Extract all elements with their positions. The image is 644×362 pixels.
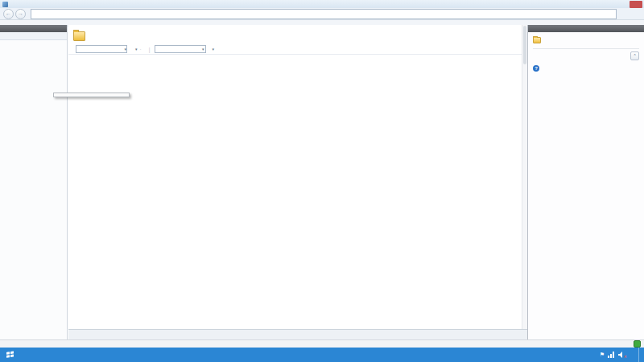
divider: · [140, 47, 142, 52]
actions-header [528, 25, 644, 32]
separator [533, 48, 639, 49]
manage-folder-header: ⌃ [533, 51, 639, 60]
back-button[interactable]: ← [3, 9, 14, 19]
start-button[interactable] [0, 348, 21, 362]
page-header [68, 25, 527, 44]
close-button[interactable] [630, 1, 642, 8]
action-help[interactable]: ? [533, 65, 639, 72]
collapse-section-button[interactable]: ⌃ [630, 51, 639, 60]
address-bar: ← → [0, 8, 644, 20]
minimize-button[interactable] [609, 1, 619, 8]
chevron-down-icon: ▾ [124, 47, 126, 51]
volume-muted-icon[interactable]: ✕ [618, 352, 625, 358]
connections-header [0, 25, 67, 32]
filter-bar: ▾ ▾ · | ▾ ▾ [68, 44, 527, 55]
connections-toolbar [0, 32, 67, 40]
iis-manager-window: ← → ▾ ▾ · | ▾ [0, 0, 644, 362]
network-icon[interactable] [608, 352, 615, 358]
system-tray: ⚑ ✕ [600, 348, 644, 362]
status-bar [0, 339, 644, 348]
taskbar: ⚑ ✕ [0, 348, 644, 362]
explore-folder-icon [533, 37, 541, 43]
actions-panel: ⌃ ? [527, 25, 644, 339]
chevron-down-icon[interactable]: ▾ [212, 47, 214, 51]
feature-groups [68, 55, 527, 56]
help-icon: ? [533, 65, 539, 72]
main-panel: ▾ ▾ · | ▾ ▾ [68, 25, 527, 339]
view-tabs [68, 329, 527, 339]
flag-icon[interactable]: ⚑ [600, 352, 605, 358]
connections-tree [0, 40, 67, 41]
connections-panel [0, 25, 68, 339]
refresh-button[interactable] [620, 10, 630, 19]
app-icon [2, 2, 8, 7]
filter-input[interactable]: ▾ [76, 45, 127, 53]
notification-icon[interactable] [634, 340, 641, 348]
windows-logo-icon [6, 351, 14, 358]
group-by-select[interactable]: ▾ [155, 45, 206, 53]
maximize-button[interactable] [619, 1, 630, 8]
chevron-down-icon: ▾ [202, 47, 204, 51]
context-menu [53, 93, 130, 97]
folder-icon [73, 31, 85, 41]
vertical-scrollbar[interactable] [522, 25, 527, 329]
chevron-down-icon[interactable]: ▾ [135, 47, 138, 51]
divider: | [149, 47, 151, 52]
action-explore[interactable] [533, 37, 639, 43]
show-desktop-button[interactable] [638, 348, 642, 362]
stop-button[interactable] [630, 10, 641, 19]
forward-button[interactable]: → [15, 9, 26, 19]
scrollbar-thumb[interactable] [523, 26, 526, 64]
breadcrumb[interactable] [31, 9, 617, 19]
